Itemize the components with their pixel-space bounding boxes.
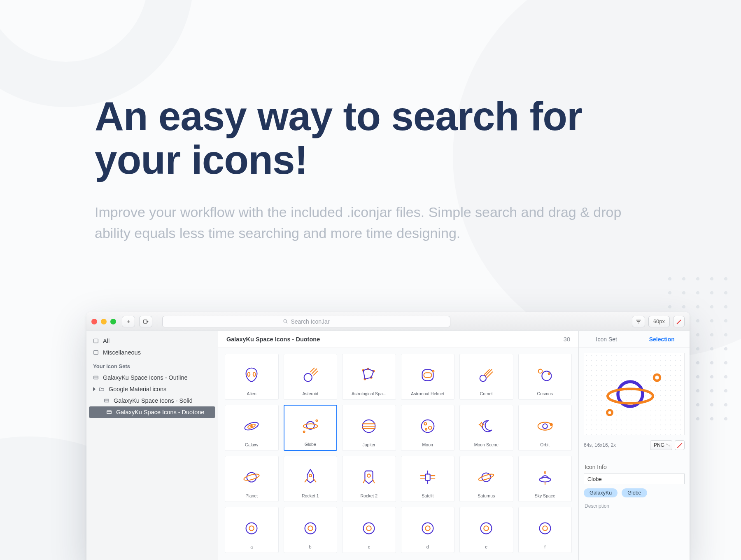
icon-cell[interactable]: b [284,507,338,553]
svg-point-56 [539,523,550,534]
window-minimize-icon[interactable] [101,319,107,324]
search-input[interactable]: Search IconJar [162,316,450,327]
svg-rect-16 [424,373,431,378]
filter-button[interactable] [632,316,645,327]
export-format-select[interactable]: PNG [650,440,672,450]
icon-label: Sky Space [535,493,555,498]
export-button[interactable] [139,316,152,327]
svg-point-8 [253,372,256,376]
globe-icon [301,411,320,442]
icon-label: Jupiter [362,442,375,447]
main-area: GalaxyKu Space Icons - Duotone 30 AlienA… [218,331,578,560]
svg-point-36 [550,424,552,426]
icon-label: Planet [245,493,258,498]
set-icon [106,409,113,415]
svg-rect-5 [105,399,109,402]
svg-rect-4 [94,376,98,379]
icon-cell[interactable]: e [459,507,513,553]
icon-cell[interactable]: Globe [284,405,338,451]
icon-cell[interactable]: Asteroid [284,354,338,400]
app-window: + Search IconJar 60px All Miscellaneous [86,312,690,560]
svg-point-40 [367,474,370,477]
export-icon [143,319,149,324]
icon-cell[interactable]: Sky Space [518,456,572,502]
svg-point-44 [539,477,550,482]
svg-point-46 [246,523,257,534]
icon-cell[interactable]: Saturnus [459,456,513,502]
icon-cell[interactable]: c [342,507,396,553]
icon-cell[interactable]: Planet [225,456,279,502]
icon-cell[interactable]: f [518,507,572,553]
icon-cell[interactable]: Jupiter [342,405,396,451]
svg-point-27 [316,420,317,422]
tag[interactable]: Globe [622,488,647,497]
icon-cell[interactable]: Cosmos [518,354,572,400]
icon-cell[interactable]: Comet [459,354,513,400]
tag[interactable]: GalaxyKu [584,488,618,497]
export-color-clear[interactable] [675,440,685,450]
svg-point-20 [538,369,542,373]
icon-cell[interactable]: Satelit [401,456,455,502]
sidebar: All Miscellaneous Your Icon Sets GalaxyK… [86,331,218,560]
icon-cell[interactable]: Astronout Helmet [401,354,455,400]
icon-cell[interactable]: Astrological Spa... [342,354,396,400]
icon-name-field[interactable]: Globe [584,474,685,484]
size-button[interactable]: 60px [648,316,670,327]
alien-icon [242,359,261,391]
svg-point-45 [544,472,546,474]
sidebar-label: GalaxyKu Space Icons - Outline [103,374,188,381]
sidebar-label: GalaxyKu Space Icons - Solid [114,397,193,404]
icon-cell[interactable]: Moon [401,405,455,451]
icon-label: Cosmos [537,391,553,396]
filter-icon [636,319,641,324]
sidebar-item-set-selected[interactable]: GalaxyKu Space Icons - Duotone [89,406,215,418]
icon-cell[interactable]: d [401,507,455,553]
moon-icon [418,410,437,442]
icon-cell[interactable]: Rocket 1 [284,456,338,502]
icon-label: Globe [305,442,316,447]
svg-point-50 [364,523,375,534]
icon-label: Orbit [540,442,550,447]
sidebar-section-header: Your Icon Sets [86,358,218,372]
svg-point-33 [425,429,427,430]
sidebar-item-set[interactable]: GalaxyKu Space Icons - Solid [86,395,218,406]
svg-point-47 [249,526,254,531]
svg-point-43 [478,473,494,482]
svg-point-28 [303,431,305,433]
svg-rect-3 [94,350,98,354]
asteroid-icon [301,359,320,391]
tab-icon-set[interactable]: Icon Set [579,331,634,348]
icon-cell[interactable]: Alien [225,354,279,400]
icon-cell[interactable]: Galaxy [225,405,279,451]
tab-selection[interactable]: Selection [634,331,690,348]
galaxy-icon [242,410,261,442]
color-clear-button[interactable] [673,316,685,327]
icon-cell[interactable]: Orbit [518,405,572,451]
description-label: Description [579,502,690,511]
icon-label: Astrological Spa... [352,391,387,396]
add-button[interactable]: + [122,316,135,327]
icon-cell[interactable]: Rocket 2 [342,456,396,502]
titlebar: + Search IconJar 60px [86,312,690,331]
set-icon [104,398,110,404]
window-close-icon[interactable] [91,319,97,324]
sky-space-icon [536,461,555,493]
sidebar-item-set[interactable]: Google Material icons [86,383,218,395]
svg-point-57 [543,526,548,531]
library-icon [93,338,100,344]
disclosure-arrow-icon[interactable] [93,387,96,391]
icon-cell[interactable]: a [225,507,279,553]
astronout-helmet-icon [418,359,437,391]
svg-point-38 [243,473,260,481]
sidebar-label: Miscellaneous [103,349,141,356]
sidebar-item-misc[interactable]: Miscellaneous [86,347,218,358]
icon-preview [584,353,685,435]
icon-cell[interactable]: Moon Scene [459,405,513,451]
window-zoom-icon[interactable] [110,319,116,324]
sidebar-label: GalaxyKu Space Icons - Duotone [116,409,204,415]
sidebar-item-set[interactable]: GalaxyKu Space Icons - Outline [86,372,218,383]
icon-label: e [485,544,487,549]
sidebar-item-all[interactable]: All [86,335,218,347]
d-icon [418,512,437,544]
svg-rect-6 [107,411,112,414]
